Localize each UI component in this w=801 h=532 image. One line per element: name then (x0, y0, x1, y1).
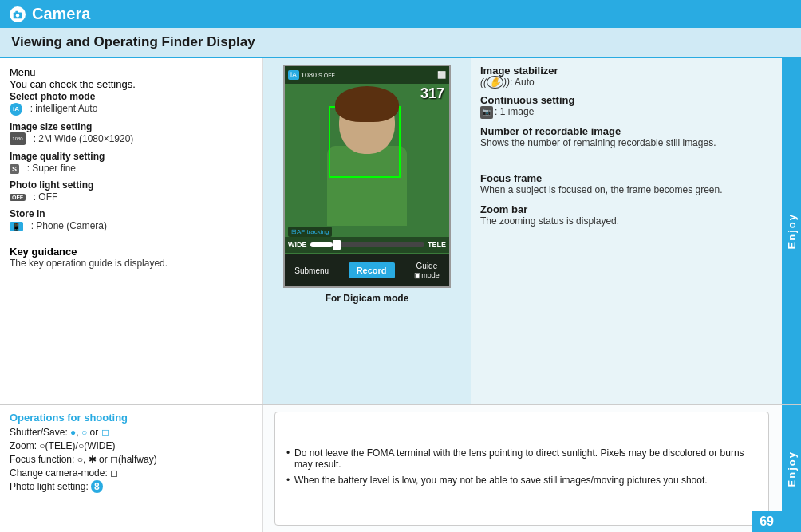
zoom-fill (310, 242, 333, 247)
enjoy-label-bottom: Enjoy (786, 451, 798, 487)
ann-title-3: Focus frame (480, 172, 772, 184)
bottom-left: Operations for shooting Shutter/Save: ●,… (0, 405, 263, 532)
annotation-continuous-setting: Continuous setting 📷: 1 image (480, 94, 772, 119)
ann-title-2: Number of recordable image (480, 125, 772, 137)
op-line-1: Zoom: ○(TELE)/○(WIDE) (10, 440, 253, 451)
page-number: 69 (752, 511, 782, 532)
annotation-zoom-bar: Zoom bar The zooming status is displayed… (480, 203, 772, 227)
zoom-tele: TELE (428, 241, 446, 249)
setting-photo-light: Photo light setting OFF : OFF (10, 179, 253, 203)
note-box: Do not leave the FOMA terminal with the … (274, 412, 769, 526)
operations-title: Operations for shooting (10, 412, 253, 424)
zoom-wide: WIDE (288, 241, 307, 249)
submenu-label: Submenu (294, 266, 329, 275)
person-hair (335, 86, 399, 122)
digicam-label: For Digicam mode (326, 293, 409, 304)
ann-desc-3: When a subject is focused on, the frame … (480, 184, 772, 195)
menu-title: Menu (10, 66, 253, 78)
mode-icon: iA (288, 70, 299, 80)
af-tracking-text: ⊞AF tracking (291, 228, 329, 235)
setting-label-3: Photo light setting (10, 179, 93, 191)
menu-desc: You can check the settings. (10, 78, 253, 90)
status-icon-right: ⬜ (437, 71, 446, 79)
top-header: Camera (0, 0, 801, 28)
enjoy-sidebar-bottom: Enjoy (782, 405, 801, 532)
zoom-bar-area: Submenu WIDE TELE (285, 237, 449, 253)
note-line-0: Do not leave the FOMA terminal with the … (286, 447, 757, 470)
svg-rect-2 (15, 10, 18, 13)
camera-screen: iA 1080 S OFF ⬜ 317 (283, 65, 451, 288)
quality-icon: S (10, 164, 19, 174)
setting-label-2: Image quality setting (10, 151, 105, 162)
extra-text: OFF (324, 73, 335, 78)
left-column: Menu You can check the settings. Select … (0, 58, 263, 404)
enjoy-sidebar: Enjoy (782, 58, 801, 404)
ann-desc-1: 📷: 1 image (480, 106, 772, 119)
setting-label-1: Image size setting (10, 121, 92, 132)
svg-point-1 (16, 14, 19, 17)
op-line-0: Shutter/Save: ●, ○ or ◻ (10, 427, 253, 438)
res-text: 1080 (301, 71, 317, 79)
store-icon: 📱 (10, 222, 23, 231)
middle-column: iA 1080 S OFF ⬜ 317 (263, 58, 471, 404)
guide-btn[interactable]: Guide ▣mode (414, 262, 440, 279)
op-line-4: Photo light setting: 8 (10, 481, 253, 492)
annotation-recordable-image: Number of recordable image Shows the num… (480, 125, 772, 148)
setting-value-2: : Super fine (27, 163, 76, 174)
setting-value-3: : OFF (34, 191, 58, 203)
setting-value-1: : 2M Wide (1080×1920) (34, 133, 134, 144)
light-icon: OFF (10, 194, 26, 201)
person-head (339, 90, 395, 154)
setting-image-quality: Image quality setting S : Super fine (10, 150, 253, 174)
ann-title-0: Image stabilizer (480, 65, 772, 77)
record-btn[interactable]: Record (349, 262, 395, 278)
setting-label-4: Store in (10, 208, 45, 219)
camera-icon (10, 6, 26, 22)
af-tracking-label: ⊞AF tracking (288, 227, 332, 237)
zoom-marker (333, 240, 341, 250)
cam-icon-ann: 📷 (480, 106, 493, 119)
zoom-track (310, 242, 424, 247)
ia-icon: iA (10, 103, 22, 116)
section-title: Viewing and Operating Finder Display (0, 28, 801, 58)
setting-label-0: Select photo mode (10, 91, 95, 102)
key-guidance-title: Key guidance (10, 246, 253, 258)
guide-label: Guide (416, 262, 438, 270)
key-guidance-desc: The key operation guide is displayed. (10, 258, 253, 269)
op-line-2: Focus function: ○, ✱ or ◻(halfway) (10, 454, 253, 465)
page-wrapper: Camera Viewing and Operating Finder Disp… (0, 0, 801, 532)
annotation-image-stabilizer: Image stabilizer ((✋)): Auto (480, 65, 772, 88)
right-column: Image stabilizer ((✋)): Auto Continuous … (471, 58, 801, 404)
ann-desc-2: Shows the number of remaining recordable… (480, 137, 772, 148)
record-label: Record (357, 266, 387, 275)
bottom-right: Do not leave the FOMA terminal with the … (263, 405, 801, 532)
mode-label: ▣mode (414, 271, 440, 279)
ann-desc-0: ((✋)): Auto (480, 77, 772, 88)
setting-store-in: Store in 📱 : Phone (Camera) (10, 207, 253, 231)
res-text2: S (318, 73, 322, 78)
image-size-icon: 10801920 (10, 132, 26, 145)
header-title: Camera (32, 5, 90, 23)
note-line-1: When the battery level is low, you may n… (286, 475, 757, 486)
bottom-row: Operations for shooting Shutter/Save: ●,… (0, 404, 801, 532)
setting-value-4: : Phone (Camera) (31, 220, 107, 231)
ann-title-1: Continuous setting (480, 94, 772, 106)
camera-status-bar: iA 1080 S OFF ⬜ (285, 66, 449, 84)
ann-title-4: Zoom bar (480, 203, 772, 215)
ann-desc-4: The zooming status is displayed. (480, 215, 772, 227)
content-row: Menu You can check the settings. Select … (0, 58, 801, 404)
submenu-btn[interactable]: Submenu (294, 266, 329, 275)
op-line-3: Change camera-mode: ◻ (10, 467, 253, 479)
setting-image-size: Image size setting 10801920 : 2M Wide (1… (10, 120, 253, 146)
annotation-focus-frame: Focus frame When a subject is focused on… (480, 172, 772, 195)
section-title-text: Viewing and Operating Finder Display (11, 34, 255, 49)
setting-select-photo-mode: Select photo mode iA : intelligent Auto (10, 90, 253, 116)
key-guidance-block: Key guidance The key operation guide is … (10, 246, 253, 269)
setting-value-0: : intelligent Auto (30, 103, 98, 114)
camera-bottom-bar: Submenu Record Guide ▣mode (285, 254, 449, 286)
enjoy-label: Enjoy (786, 213, 798, 249)
